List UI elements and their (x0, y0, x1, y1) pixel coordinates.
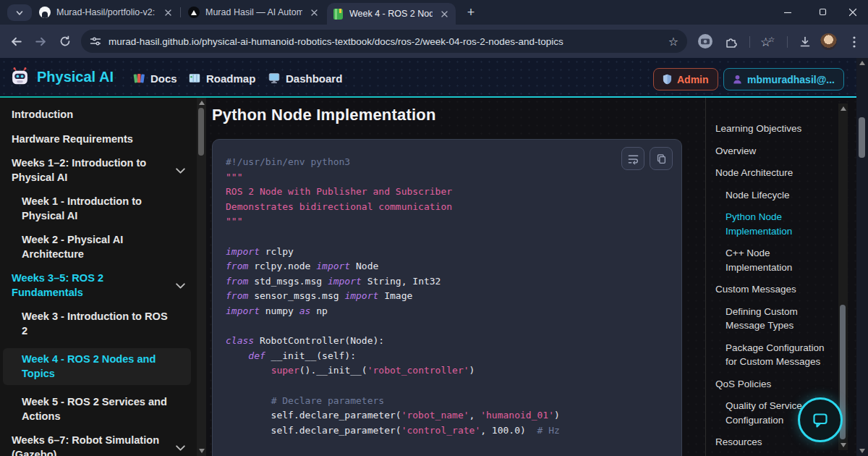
toolbar-divider (787, 36, 788, 48)
toc-item[interactable]: Overview (715, 144, 830, 159)
camera-icon[interactable] (697, 33, 713, 49)
toc-item[interactable]: Custom Messages (715, 282, 830, 297)
maximize-button[interactable] (807, 0, 838, 25)
close-icon[interactable] (162, 7, 174, 18)
sidebar-item[interactable]: Week 2 - Physical AI Architecture (0, 233, 192, 261)
nav-item-docs[interactable]: Docs (132, 69, 177, 88)
address-bar[interactable]: murad-hasil.github.io/physical-ai-humano… (81, 30, 687, 53)
sidebar-item[interactable]: Weeks 6–7: Robot Simulation (Gazebo) (0, 434, 192, 456)
browser-tab-automation[interactable]: Murad Hasil — AI Automation (182, 0, 326, 25)
nav-label: Roadmap (206, 72, 255, 85)
github-icon (39, 7, 51, 18)
green-book-icon (333, 9, 343, 20)
download-icon[interactable] (797, 34, 813, 50)
page-scrollbar[interactable] (856, 58, 868, 456)
scroll-up-arrow-icon[interactable] (841, 106, 846, 111)
reload-button[interactable] (56, 33, 74, 50)
sidebar-item[interactable]: Week 3 - Introduction to ROS 2 (0, 310, 192, 338)
sidebar-item[interactable]: Weeks 3–5: ROS 2 Fundamentals (0, 271, 192, 300)
minimize-button[interactable] (773, 0, 803, 25)
scroll-down-arrow-icon[interactable] (841, 443, 846, 447)
toc-item[interactable]: Node Lifecycle (726, 188, 830, 203)
new-tab-button[interactable]: + (461, 3, 480, 22)
sidebar-item-label: Hardware Requirements (12, 133, 133, 145)
toc-item[interactable]: Defining Custom Message Types (726, 305, 830, 333)
toc-item[interactable]: Node Architecture (715, 166, 830, 180)
course-sidebar: IntroductionHardware RequirementsWeeks 1… (0, 98, 197, 456)
course-nav-list: IntroductionHardware RequirementsWeeks 1… (0, 108, 197, 456)
toc-item[interactable]: Learning Objectives (715, 122, 830, 136)
nav-label: Docs (150, 72, 177, 85)
tab-title: Week 4 - ROS 2 Nodes and Top (349, 9, 433, 19)
admin-button[interactable]: Admin (653, 68, 718, 90)
profile-avatar[interactable] (820, 33, 837, 50)
site-info-tune-icon[interactable] (90, 35, 101, 47)
close-icon[interactable] (308, 7, 320, 18)
scrollbar-thumb[interactable] (859, 117, 865, 158)
sidebar-item[interactable]: Weeks 1–2: Introduction to Physical AI (0, 156, 192, 185)
code-line: """ (226, 170, 639, 185)
code-line: def __init__(self): (226, 349, 639, 364)
kebab-menu-icon[interactable] (846, 34, 862, 50)
close-icon[interactable] (438, 8, 450, 20)
triangle-avatar-icon (188, 7, 200, 18)
forward-button[interactable] (32, 33, 49, 50)
code-line (226, 438, 639, 453)
nav-item-roadmap[interactable]: Roadmap (188, 69, 255, 88)
sidebar-item-label: Week 2 - Physical AI Architecture (22, 234, 123, 260)
toc-item[interactable]: C++ Node Implementation (726, 246, 830, 274)
toc-item[interactable]: Python Node Implementation (726, 210, 830, 238)
back-button[interactable] (7, 33, 25, 50)
sidebar-item[interactable]: Week 1 - Introduction to Physical AI (0, 195, 192, 223)
tab-search-button[interactable] (7, 4, 32, 21)
browser-toolbar: murad-hasil.github.io/physical-ai-humano… (0, 25, 868, 58)
code-line: #!/usr/bin/env python3 (226, 155, 639, 170)
brand-home-link[interactable]: Physical AI (10, 67, 114, 87)
nav-item-dashboard[interactable]: Dashboard (268, 69, 342, 88)
chevron-down-icon[interactable] (174, 164, 187, 177)
code-block: #!/usr/bin/env python3"""ROS 2 Node with… (212, 139, 682, 456)
copy-button[interactable] (650, 147, 673, 170)
scroll-up-arrow-icon[interactable] (859, 61, 865, 65)
toc-item[interactable]: QoS Policies (715, 377, 830, 392)
sidebar-item[interactable]: Introduction (0, 108, 192, 122)
sidebar-item[interactable]: Week 4 - ROS 2 Nodes and Topics (3, 348, 191, 385)
code-line: ROS 2 Node with Publisher and Subscriber (226, 185, 639, 200)
extensions-puzzle-icon[interactable] (723, 34, 739, 50)
toc-item[interactable]: Package Configuration for Custom Message… (726, 341, 830, 369)
code-line: super().__init__('robot_controller') (226, 363, 639, 379)
code-line: self.declare_parameter('robot_name', 'hu… (226, 408, 639, 423)
brand-name: Physical AI (37, 69, 114, 85)
account-button[interactable]: mbmuradhasil@... (723, 68, 844, 90)
toolbar-divider (749, 36, 750, 48)
code-line (226, 379, 639, 394)
scrollbar-thumb[interactable] (198, 108, 204, 156)
sidebar-item-label: Week 5 - ROS 2 Services and Actions (22, 396, 167, 422)
sidebar-item-label: Weeks 6–7: Robot Simulation (Gazebo) (12, 434, 159, 456)
code-line: """ (226, 214, 639, 229)
code-line: class RobotController(Node): (226, 334, 639, 349)
sidebar-item[interactable]: Week 5 - ROS 2 Services and Actions (0, 395, 192, 423)
code-content[interactable]: #!/usr/bin/env python3"""ROS 2 Node with… (226, 155, 639, 456)
chevron-down-icon[interactable] (174, 442, 187, 454)
sidebar-scrollbar[interactable] (197, 98, 206, 456)
toc-scrollbar[interactable] (838, 104, 848, 450)
chat-button[interactable] (798, 397, 843, 442)
browser-tab-portfolio[interactable]: Murad-Hasil/portfolio-v2: AI-na (33, 0, 179, 25)
sidebar-item-label: Week 3 - Introduction to ROS 2 (22, 311, 168, 337)
url-text[interactable]: murad-hasil.github.io/physical-ai-humano… (109, 36, 661, 47)
scroll-down-arrow-icon[interactable] (199, 449, 205, 453)
shield-icon (663, 74, 672, 85)
bookmark-star-icon[interactable]: ☆ (668, 35, 678, 48)
chevron-down-icon[interactable] (174, 279, 187, 292)
sidebar-item[interactable]: Hardware Requirements (0, 132, 192, 147)
scroll-up-arrow-icon[interactable] (199, 101, 205, 105)
scroll-down-arrow-icon[interactable] (859, 449, 865, 453)
tab-title: Murad Hasil — AI Automation (205, 7, 302, 17)
code-line: self.declare_parameter('control_rate', 1… (226, 423, 639, 439)
bookmarks-stars-icon[interactable]: ☆☆ (760, 34, 775, 50)
code-line (226, 319, 639, 334)
code-line: import numpy as np (226, 304, 639, 319)
browser-tab-active-week4[interactable]: Week 4 - ROS 2 Nodes and Top (327, 3, 456, 25)
window-close-button[interactable] (838, 0, 868, 25)
